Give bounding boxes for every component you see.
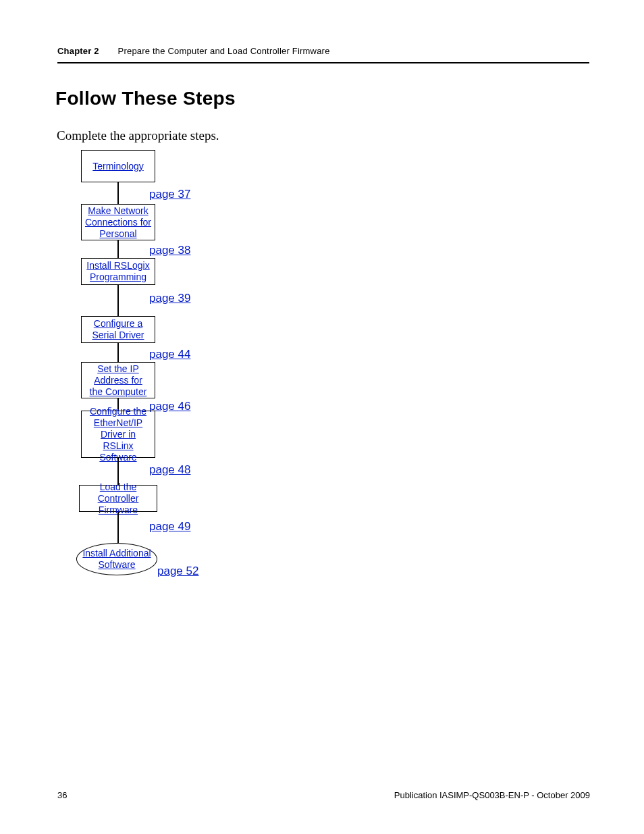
page-number: 36 [57,790,67,800]
flow-node-label: Driver in RSLinx [84,429,152,452]
flow-node-label: Make Network [88,205,148,217]
page-ref[interactable]: page 44 [149,348,190,361]
page-ref[interactable]: page 46 [149,400,190,413]
flow-node-label: Configure the [90,406,146,417]
flow-node-label: EtherNet/IP [94,417,142,429]
running-header: Chapter 2 Prepare the Computer and Load … [57,46,330,56]
flow-node-label: Set the IP [97,363,138,375]
flow-node-configure-serial[interactable]: Configure a Serial Driver [81,316,155,343]
flow-node-label: Address for [94,375,142,386]
page-ref[interactable]: page 39 [149,292,190,305]
flow-connector [117,285,119,316]
flow-connector [117,343,119,362]
header-rule [57,62,589,63]
page-ref[interactable]: page 49 [149,520,190,533]
flow-node-label: Install Additional [82,548,151,559]
flow-node-label: Install RSLogix [86,260,149,271]
flow-node-label: Load the Controller [82,481,154,504]
flow-node-label: Software [98,559,135,571]
page-ref[interactable]: page 37 [149,188,190,201]
section-heading: Follow These Steps [55,88,236,109]
flow-node-make-network[interactable]: Make Network Connections for Personal [81,204,155,240]
flow-node-label: Programming [90,271,146,283]
page-ref[interactable]: page 52 [157,565,198,578]
flow-node-load-firmware[interactable]: Load the Controller Firmware [79,485,157,512]
flow-node-label: Connections for [85,217,151,228]
page-ref[interactable]: page 38 [149,244,190,257]
intro-text: Complete the appropriate steps. [57,128,219,143]
flow-node-configure-ethernet[interactable]: Configure the EtherNet/IP Driver in RSLi… [81,411,155,458]
flow-connector [117,182,119,204]
chapter-label: Chapter 2 [57,46,99,56]
page-ref[interactable]: page 48 [149,463,190,477]
flow-node-install-rslogix[interactable]: Install RSLogix Programming [81,258,155,285]
flow-node-set-ip[interactable]: Set the IP Address for the Computer [81,362,155,398]
flow-node-label: Configure a [94,318,142,330]
flow-node-label: Personal [99,228,136,240]
publication-ref: Publication IASIMP-QS003B-EN-P - October… [394,790,590,800]
chapter-title: Prepare the Computer and Load Controller… [118,46,330,56]
flow-connector [117,512,119,543]
flow-connector [117,240,119,258]
flow-node-label: Serial Driver [92,330,144,341]
flow-node-label: Terminology [92,161,143,172]
flow-node-label: the Computer [90,386,147,398]
flow-node-install-additional[interactable]: Install Additional Software [76,543,157,575]
flow-node-terminology[interactable]: Terminology [81,150,155,182]
